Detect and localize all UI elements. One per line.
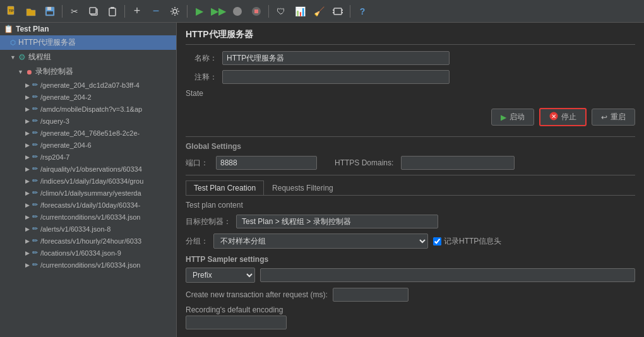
sidebar-item-12[interactable]: ▶ ✏ /currentconditions/v1/60334.json [0, 211, 176, 223]
sidebar-item-16[interactable]: ▶ ✏ /currentconditions/v1/60334.json [0, 259, 176, 271]
sidebar-item-10[interactable]: ▶ ✏ /climo/v1/dailysummary/yesterda [0, 187, 176, 199]
remove-btn[interactable]: − [148, 3, 164, 20]
sidebar-item-1[interactable]: ▶ ✏ /generate_204_dc1d2a07-b3ff-4 [0, 79, 176, 91]
pencil-icon-4: ✏ [32, 117, 38, 125]
new-test-plan-btn[interactable]: TP [4, 3, 20, 20]
svg-rect-6 [90, 8, 96, 14]
paste-btn[interactable] [104, 3, 121, 20]
save-btn[interactable] [42, 3, 58, 20]
sidebar-item-14[interactable]: ▶ ✏ /forecasts/v1/hourly/24hour/6033 [0, 235, 176, 247]
sep2 [124, 5, 125, 18]
sidebar-item-http-proxy-label: HTTP代理服务器 [18, 37, 76, 48]
record-http-checkbox[interactable] [433, 237, 441, 245]
sidebar-item-3-label: /amdc/mobileDispatch?v=3.1&ap [40, 105, 142, 113]
state-label: State [186, 89, 635, 98]
sidebar-item-4-label: /squery-3 [40, 117, 69, 125]
sidebar-item-7[interactable]: ▶ ✏ /rsp204-7 [0, 151, 176, 163]
sidebar-item-11[interactable]: ▶ ✏ /forecasts/v1/daily/10day/60334- [0, 199, 176, 211]
stop-label: 停止 [561, 112, 576, 122]
stop-btn[interactable] [229, 3, 246, 20]
stop-button[interactable]: ✕ 停止 [539, 108, 587, 126]
sidebar-item-13[interactable]: ▶ ✏ /alerts/v1/60334.json-8 [0, 223, 176, 235]
run-no-pause-btn[interactable]: ▶▶ [210, 3, 227, 20]
add-btn[interactable]: + [129, 3, 145, 20]
sidebar-item-9[interactable]: ▶ ✏ /indices/v1/daily/1day/60334/grou [0, 175, 176, 187]
settings-btn[interactable] [167, 3, 183, 20]
pencil-icon-6: ✏ [32, 141, 38, 149]
target-controller-input[interactable] [236, 215, 438, 228]
sidebar-item-6[interactable]: ▶ ✏ /generate_204-6 [0, 139, 176, 151]
sidebar-item-http-proxy[interactable]: ⬡ HTTP代理服务器 [0, 35, 176, 50]
item11-expand-icon: ▶ [25, 202, 30, 208]
rec-icon: ⏺ [26, 68, 33, 76]
stop-circle-icon: ✕ [549, 112, 558, 122]
sidebar-item-thread-group[interactable]: ▼ ⚙ 线程组 [0, 50, 176, 64]
sidebar-item-5-label: /generate_204_768e51e8-2c2e- [40, 129, 140, 137]
restart-icon: ↩ [601, 113, 607, 122]
item12-expand-icon: ▶ [25, 214, 30, 220]
pencil-icon-14: ✏ [32, 237, 38, 245]
svg-rect-15 [333, 12, 334, 13]
sidebar-item-13-label: /alerts/v1/60334.json-8 [40, 225, 110, 233]
sidebar-item-3[interactable]: ▶ ✏ /amdc/mobileDispatch?v=3.1&ap [0, 103, 176, 115]
svg-rect-4 [47, 11, 53, 15]
tab-requests-filtering[interactable]: Requests Filtering [264, 180, 342, 195]
sep1 [62, 5, 63, 18]
sidebar-item-12-label: /currentconditions/v1/60334.json [40, 213, 140, 221]
cut-btn[interactable]: ✂ [66, 3, 83, 20]
tab-requests-filtering-label: Requests Filtering [272, 184, 333, 192]
open-btn[interactable] [23, 3, 39, 20]
comment-input[interactable] [222, 70, 450, 84]
sidebar-item-14-label: /forecasts/v1/hourly/24hour/6033 [40, 237, 141, 245]
svg-rect-8 [110, 7, 114, 9]
run-btn[interactable]: ▶ [191, 3, 208, 20]
sidebar-item-6-label: /generate_204-6 [40, 141, 92, 149]
content-panel: HTTP代理服务器 名称： 注释： State ▶ 启动 ✕ 停止 [177, 23, 644, 337]
prefix-text-input[interactable] [260, 268, 635, 282]
broom-btn[interactable]: 🧹 [311, 3, 327, 20]
sidebar-item-2-label: /generate_204-2 [40, 93, 92, 101]
tab-test-plan-creation[interactable]: Test Plan Creation [186, 180, 264, 195]
svg-point-10 [233, 7, 242, 16]
item16-expand-icon: ▶ [25, 262, 30, 268]
sidebar-item-test-plan[interactable]: 📋 Test Plan [0, 23, 176, 35]
name-input[interactable] [222, 51, 450, 65]
sidebar-item-11-label: /forecasts/v1/daily/10day/60334- [40, 201, 140, 209]
sidebar-item-4[interactable]: ▶ ✏ /squery-3 [0, 115, 176, 127]
pencil-icon-13: ✏ [32, 225, 38, 233]
sidebar-item-2[interactable]: ▶ ✏ /generate_204-2 [0, 91, 176, 103]
film-btn[interactable] [330, 3, 346, 20]
item15-expand-icon: ▶ [25, 250, 30, 256]
stop-now-btn[interactable] [248, 3, 265, 20]
group-select[interactable]: 不对样本分组 在组间放置控制器 只存储第一个样本 为每个组放入一个事务控制器 [213, 234, 428, 249]
item4-expand-icon: ▶ [25, 118, 30, 124]
shield-btn[interactable]: 🛡 [273, 3, 289, 20]
record-http-row: 记录HTTP信息头 [433, 236, 501, 247]
sep4 [268, 5, 269, 18]
transaction-input[interactable] [333, 288, 408, 302]
pencil-icon-12: ✏ [32, 213, 38, 221]
sidebar-item-5[interactable]: ▶ ✏ /generate_204_768e51e8-2c2e- [0, 127, 176, 139]
transaction-label: Create new transaction after request (ms… [186, 290, 328, 299]
start-button[interactable]: ▶ 启动 [491, 109, 534, 126]
svg-rect-12 [254, 9, 258, 13]
sidebar-item-rec-controller[interactable]: ▼ ⏺ 录制控制器 [0, 64, 176, 79]
group-label: 分组： [186, 236, 208, 247]
copy-btn[interactable] [85, 3, 102, 20]
chart-btn[interactable]: 📊 [292, 3, 308, 20]
help-btn[interactable]: ? [354, 3, 371, 20]
target-controller-row: 目标控制器： [186, 215, 635, 228]
target-controller-label: 目标控制器： [186, 216, 231, 227]
restart-button[interactable]: ↩ 重启 [592, 109, 635, 126]
sidebar-item-15[interactable]: ▶ ✏ /locations/v1/60334.json-9 [0, 247, 176, 259]
port-input[interactable] [216, 156, 317, 170]
sidebar-item-9-label: /indices/v1/daily/1day/60334/grou [40, 177, 143, 185]
encoding-input[interactable] [186, 316, 287, 329]
item2-expand-icon: ▶ [25, 94, 30, 100]
sidebar-item-8[interactable]: ▶ ✏ /airquality/v1/observations/60334 [0, 163, 176, 175]
https-domains-input[interactable] [401, 156, 515, 170]
tp-icon: 📋 [4, 25, 13, 33]
pencil-icon-2: ✏ [32, 93, 38, 101]
divider1 [186, 136, 635, 137]
prefix-select[interactable]: Prefix Suffix Regex [186, 268, 255, 283]
